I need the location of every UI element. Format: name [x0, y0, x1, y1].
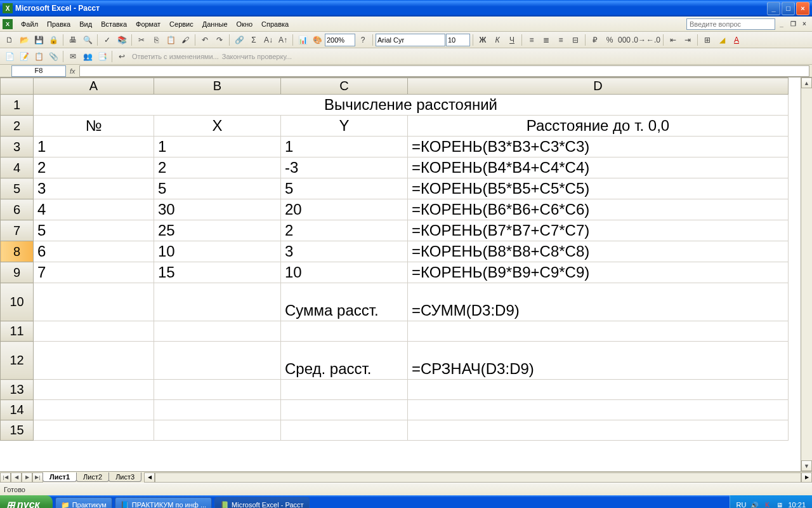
review-icon-2[interactable]: 📝	[17, 50, 31, 64]
row-header[interactable]: 3	[1, 137, 34, 157]
cell[interactable]	[154, 283, 281, 321]
cell[interactable]: 25	[154, 220, 281, 241]
cell[interactable]: 5	[154, 178, 281, 199]
row-header[interactable]: 13	[1, 380, 34, 400]
cell[interactable]: 1	[154, 137, 281, 157]
tray-icon-3[interactable]: 🖥	[775, 500, 784, 508]
close-button[interactable]: ×	[796, 2, 809, 15]
chart-icon[interactable]: 📊	[296, 33, 310, 47]
cell[interactable]	[154, 321, 281, 342]
menu-insert[interactable]: Вставка	[96, 19, 131, 29]
cell[interactable]: Расстояние до т. 0,0	[408, 116, 789, 137]
percent-icon[interactable]: %	[603, 33, 617, 47]
borders-icon[interactable]: ⊞	[700, 33, 714, 47]
col-header[interactable]: A	[34, 78, 154, 95]
cell[interactable]	[34, 400, 154, 420]
review-icon-4[interactable]: 📎	[46, 50, 60, 64]
select-all-corner[interactable]	[1, 78, 34, 95]
cell[interactable]	[154, 420, 281, 441]
font-color-icon[interactable]: A	[730, 33, 743, 47]
cell[interactable]	[408, 321, 789, 342]
cell[interactable]	[281, 420, 408, 441]
doc-minimize-button[interactable]: _	[776, 20, 787, 29]
tray-icon-2[interactable]: K	[763, 500, 771, 508]
scroll-right-icon[interactable]: ▶	[801, 472, 812, 483]
cell[interactable]: Сред. расст.	[281, 342, 408, 380]
cell[interactable]: 3	[34, 178, 154, 199]
cell[interactable]	[34, 283, 154, 321]
doc-restore-button[interactable]: ❐	[788, 20, 798, 29]
cell[interactable]: =СУММ(D3:D9)	[408, 283, 789, 321]
cell[interactable]: 20	[281, 199, 408, 220]
cell[interactable]: 1	[34, 137, 154, 157]
tab-prev-icon[interactable]: ◀	[11, 472, 22, 483]
font-combo[interactable]	[376, 34, 445, 46]
row-header[interactable]: 4	[1, 157, 34, 178]
research-icon[interactable]: 📚	[115, 33, 129, 47]
sheet-tab[interactable]: Лист3	[108, 472, 141, 482]
cell[interactable]	[34, 321, 154, 342]
cell[interactable]	[281, 321, 408, 342]
cell[interactable]: =КОРЕНЬ(B7*B7+C7*C7)	[408, 220, 789, 241]
format-painter-icon[interactable]: 🖌	[178, 33, 192, 47]
cell[interactable]: =СРЗНАЧ(D3:D9)	[408, 342, 789, 380]
sort-asc-icon[interactable]: A↓	[261, 33, 275, 47]
help-icon[interactable]: ?	[356, 33, 370, 47]
cell[interactable]: Вычисление расстояний	[34, 95, 789, 116]
cell[interactable]: 2	[154, 157, 281, 178]
row-header[interactable]: 6	[1, 199, 34, 220]
taskbar-item[interactable]: 📗Microsoft Excel - Расст	[214, 497, 309, 508]
cell[interactable]: 2	[281, 220, 408, 241]
doc-close-button[interactable]: ×	[799, 20, 809, 29]
cell[interactable]: =КОРЕНЬ(B6*B6+C6*C6)	[408, 199, 789, 220]
new-icon[interactable]: 🗋	[3, 33, 16, 47]
review-icon-7[interactable]: 📑	[95, 50, 109, 64]
merge-icon[interactable]: ⊟	[568, 33, 582, 47]
cell[interactable]: =КОРЕНЬ(B5*B5+C5*C5)	[408, 178, 789, 199]
paste-icon[interactable]: 📋	[164, 33, 178, 47]
save-icon[interactable]: 💾	[32, 33, 46, 47]
row-header[interactable]: 15	[1, 420, 34, 441]
cell[interactable]	[154, 342, 281, 380]
cell[interactable]: -3	[281, 157, 408, 178]
sheet-tab[interactable]: Лист2	[76, 472, 109, 482]
hyperlink-icon[interactable]: 🔗	[232, 33, 246, 47]
cell[interactable]: 2	[34, 157, 154, 178]
cell[interactable]: №	[34, 116, 154, 137]
maximize-button[interactable]: □	[782, 2, 795, 15]
app-icon[interactable]: X	[3, 19, 13, 29]
cell[interactable]: =КОРЕНЬ(B4*B4+C4*C4)	[408, 157, 789, 178]
review-icon-6[interactable]: 👥	[81, 50, 95, 64]
cell[interactable]: 30	[154, 199, 281, 220]
inc-decimal-icon[interactable]: .0→	[632, 33, 646, 47]
cell[interactable]	[408, 420, 789, 441]
inc-indent-icon[interactable]: ⇥	[681, 33, 695, 47]
cell[interactable]: X	[154, 116, 281, 137]
copy-icon[interactable]: ⎘	[149, 33, 163, 47]
cell[interactable]: Y	[281, 116, 408, 137]
cell[interactable]: =КОРЕНЬ(B3*B3+C3*C3)	[408, 137, 789, 157]
cell[interactable]	[408, 380, 789, 400]
cut-icon[interactable]: ✂	[134, 33, 148, 47]
help-search-input[interactable]	[686, 18, 775, 30]
spreadsheet[interactable]: ABCD1Вычисление расстояний2№XYРасстояние…	[0, 77, 789, 441]
review-reply-icon[interactable]: ↩	[115, 50, 129, 64]
undo-icon[interactable]: ↶	[198, 33, 212, 47]
tab-first-icon[interactable]: |◀	[0, 472, 11, 483]
review-icon-1[interactable]: 📄	[3, 50, 16, 64]
col-header[interactable]: B	[154, 78, 281, 95]
horizontal-scrollbar[interactable]: ◀ ▶	[144, 472, 812, 483]
row-header[interactable]: 11	[1, 321, 34, 342]
cell[interactable]	[34, 380, 154, 400]
dec-decimal-icon[interactable]: ←.0	[646, 33, 660, 47]
row-header[interactable]: 5	[1, 178, 34, 199]
start-button[interactable]: ⊞ пуск	[0, 495, 53, 508]
row-header[interactable]: 9	[1, 262, 34, 283]
preview-icon[interactable]: 🔍	[81, 33, 95, 47]
dec-indent-icon[interactable]: ⇤	[666, 33, 680, 47]
cell[interactable]	[408, 400, 789, 420]
review-icon-5[interactable]: ✉	[66, 50, 80, 64]
col-header[interactable]: C	[281, 78, 408, 95]
spell-icon[interactable]: ✓	[100, 33, 114, 47]
taskbar-item[interactable]: 📁Практикум	[55, 497, 112, 508]
